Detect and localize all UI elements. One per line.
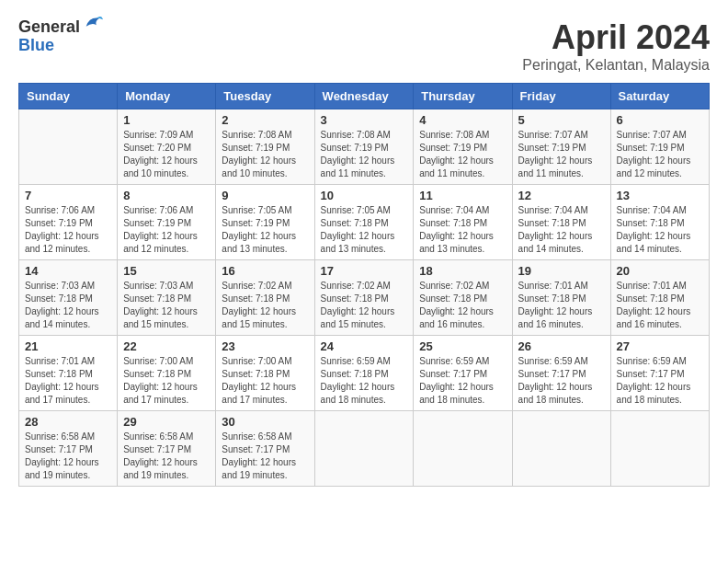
location: Peringat, Kelantan, Malaysia: [522, 57, 710, 74]
calendar-cell: 15Sunrise: 7:03 AM Sunset: 7:18 PM Dayli…: [118, 260, 216, 336]
header-saturday: Saturday: [610, 84, 709, 109]
day-number: 26: [518, 339, 605, 353]
day-info: Sunrise: 7:03 AM Sunset: 7:18 PM Dayligh…: [25, 280, 111, 331]
calendar-cell: 7Sunrise: 7:06 AM Sunset: 7:19 PM Daylig…: [19, 185, 118, 260]
calendar-cell: [19, 109, 118, 185]
header-friday: Friday: [512, 84, 610, 109]
day-info: Sunrise: 7:08 AM Sunset: 7:19 PM Dayligh…: [321, 129, 408, 180]
day-info: Sunrise: 7:02 AM Sunset: 7:18 PM Dayligh…: [222, 280, 308, 331]
calendar-week-row: 21Sunrise: 7:01 AM Sunset: 7:18 PM Dayli…: [19, 336, 710, 411]
day-info: Sunrise: 6:58 AM Sunset: 7:17 PM Dayligh…: [123, 431, 210, 482]
day-number: 27: [617, 339, 703, 353]
day-info: Sunrise: 6:58 AM Sunset: 7:17 PM Dayligh…: [222, 431, 308, 482]
calendar-cell: 6Sunrise: 7:07 AM Sunset: 7:19 PM Daylig…: [610, 109, 709, 185]
calendar-cell: 4Sunrise: 7:08 AM Sunset: 7:19 PM Daylig…: [414, 109, 512, 185]
calendar-cell: [512, 411, 610, 487]
header-thursday: Thursday: [414, 84, 512, 109]
logo-bird-icon: [83, 13, 103, 33]
calendar-cell: 5Sunrise: 7:07 AM Sunset: 7:19 PM Daylig…: [512, 109, 610, 185]
day-info: Sunrise: 6:59 AM Sunset: 7:18 PM Dayligh…: [321, 355, 408, 407]
calendar-cell: 27Sunrise: 6:59 AM Sunset: 7:17 PM Dayli…: [610, 336, 709, 411]
day-number: 7: [25, 189, 111, 202]
calendar-cell: 21Sunrise: 7:01 AM Sunset: 7:18 PM Dayli…: [19, 336, 118, 411]
header-monday: Monday: [118, 84, 216, 109]
day-info: Sunrise: 7:02 AM Sunset: 7:18 PM Dayligh…: [321, 280, 408, 331]
day-number: 30: [222, 415, 308, 429]
day-number: 6: [617, 113, 703, 127]
header-tuesday: Tuesday: [216, 84, 314, 109]
day-info: Sunrise: 7:00 AM Sunset: 7:18 PM Dayligh…: [123, 355, 210, 407]
header-wednesday: Wednesday: [314, 84, 414, 109]
day-number: 12: [518, 189, 605, 202]
day-info: Sunrise: 7:07 AM Sunset: 7:19 PM Dayligh…: [617, 129, 703, 180]
page-header: General Blue April 2024 Peringat, Kelant…: [18, 18, 710, 74]
day-info: Sunrise: 7:06 AM Sunset: 7:19 PM Dayligh…: [25, 204, 111, 256]
day-number: 13: [617, 189, 703, 202]
calendar-cell: 26Sunrise: 6:59 AM Sunset: 7:17 PM Dayli…: [512, 336, 610, 411]
calendar-cell: [610, 411, 709, 487]
day-info: Sunrise: 7:04 AM Sunset: 7:18 PM Dayligh…: [419, 204, 506, 256]
day-number: 20: [617, 264, 703, 278]
calendar-week-row: 14Sunrise: 7:03 AM Sunset: 7:18 PM Dayli…: [19, 260, 710, 336]
logo-general-text: General: [18, 18, 80, 37]
calendar-cell: 20Sunrise: 7:01 AM Sunset: 7:18 PM Dayli…: [610, 260, 709, 336]
calendar-table: SundayMondayTuesdayWednesdayThursdayFrid…: [18, 83, 710, 487]
day-number: 2: [222, 113, 308, 127]
calendar-header-row: SundayMondayTuesdayWednesdayThursdayFrid…: [19, 84, 710, 109]
day-info: Sunrise: 7:08 AM Sunset: 7:19 PM Dayligh…: [222, 129, 308, 180]
day-number: 14: [25, 264, 111, 278]
day-number: 3: [321, 113, 408, 127]
month-title: April 2024: [522, 18, 710, 57]
day-info: Sunrise: 7:06 AM Sunset: 7:19 PM Dayligh…: [123, 204, 210, 256]
day-info: Sunrise: 7:09 AM Sunset: 7:20 PM Dayligh…: [123, 129, 210, 180]
calendar-cell: 19Sunrise: 7:01 AM Sunset: 7:18 PM Dayli…: [512, 260, 610, 336]
day-number: 16: [222, 264, 308, 278]
day-info: Sunrise: 7:05 AM Sunset: 7:19 PM Dayligh…: [222, 204, 308, 256]
logo-blue-text: Blue: [18, 37, 103, 55]
day-number: 9: [222, 189, 308, 202]
day-info: Sunrise: 7:04 AM Sunset: 7:18 PM Dayligh…: [518, 204, 605, 256]
day-number: 24: [321, 339, 408, 353]
day-info: Sunrise: 6:59 AM Sunset: 7:17 PM Dayligh…: [518, 355, 605, 407]
calendar-week-row: 7Sunrise: 7:06 AM Sunset: 7:19 PM Daylig…: [19, 185, 710, 260]
day-info: Sunrise: 6:59 AM Sunset: 7:17 PM Dayligh…: [617, 355, 703, 407]
calendar-cell: 2Sunrise: 7:08 AM Sunset: 7:19 PM Daylig…: [216, 109, 314, 185]
day-number: 23: [222, 339, 308, 353]
calendar-cell: [314, 411, 414, 487]
day-number: 21: [25, 339, 111, 353]
day-info: Sunrise: 7:07 AM Sunset: 7:19 PM Dayligh…: [518, 129, 605, 180]
calendar-cell: 10Sunrise: 7:05 AM Sunset: 7:18 PM Dayli…: [314, 185, 414, 260]
title-area: April 2024 Peringat, Kelantan, Malaysia: [522, 18, 710, 74]
calendar-cell: 17Sunrise: 7:02 AM Sunset: 7:18 PM Dayli…: [314, 260, 414, 336]
calendar-cell: 9Sunrise: 7:05 AM Sunset: 7:19 PM Daylig…: [216, 185, 314, 260]
calendar-cell: 13Sunrise: 7:04 AM Sunset: 7:18 PM Dayli…: [610, 185, 709, 260]
day-info: Sunrise: 6:58 AM Sunset: 7:17 PM Dayligh…: [25, 431, 111, 482]
day-info: Sunrise: 7:04 AM Sunset: 7:18 PM Dayligh…: [617, 204, 703, 256]
day-number: 22: [123, 339, 210, 353]
day-number: 1: [123, 113, 210, 127]
day-number: 10: [321, 189, 408, 202]
day-number: 8: [123, 189, 210, 202]
calendar-cell: 1Sunrise: 7:09 AM Sunset: 7:20 PM Daylig…: [118, 109, 216, 185]
calendar-cell: 11Sunrise: 7:04 AM Sunset: 7:18 PM Dayli…: [414, 185, 512, 260]
calendar-cell: 14Sunrise: 7:03 AM Sunset: 7:18 PM Dayli…: [19, 260, 118, 336]
day-number: 11: [419, 189, 506, 202]
day-info: Sunrise: 6:59 AM Sunset: 7:17 PM Dayligh…: [419, 355, 506, 407]
calendar-cell: 18Sunrise: 7:02 AM Sunset: 7:18 PM Dayli…: [414, 260, 512, 336]
calendar-cell: 28Sunrise: 6:58 AM Sunset: 7:17 PM Dayli…: [19, 411, 118, 487]
day-info: Sunrise: 7:02 AM Sunset: 7:18 PM Dayligh…: [419, 280, 506, 331]
calendar-cell: 25Sunrise: 6:59 AM Sunset: 7:17 PM Dayli…: [414, 336, 512, 411]
calendar-cell: 23Sunrise: 7:00 AM Sunset: 7:18 PM Dayli…: [216, 336, 314, 411]
day-number: 17: [321, 264, 408, 278]
day-number: 19: [518, 264, 605, 278]
calendar-cell: 22Sunrise: 7:00 AM Sunset: 7:18 PM Dayli…: [118, 336, 216, 411]
calendar-cell: 30Sunrise: 6:58 AM Sunset: 7:17 PM Dayli…: [216, 411, 314, 487]
calendar-cell: 12Sunrise: 7:04 AM Sunset: 7:18 PM Dayli…: [512, 185, 610, 260]
day-number: 25: [419, 339, 506, 353]
calendar-cell: 29Sunrise: 6:58 AM Sunset: 7:17 PM Dayli…: [118, 411, 216, 487]
day-info: Sunrise: 7:00 AM Sunset: 7:18 PM Dayligh…: [222, 355, 308, 407]
day-number: 4: [419, 113, 506, 127]
day-number: 28: [25, 415, 111, 429]
day-info: Sunrise: 7:08 AM Sunset: 7:19 PM Dayligh…: [419, 129, 506, 180]
calendar-cell: [414, 411, 512, 487]
